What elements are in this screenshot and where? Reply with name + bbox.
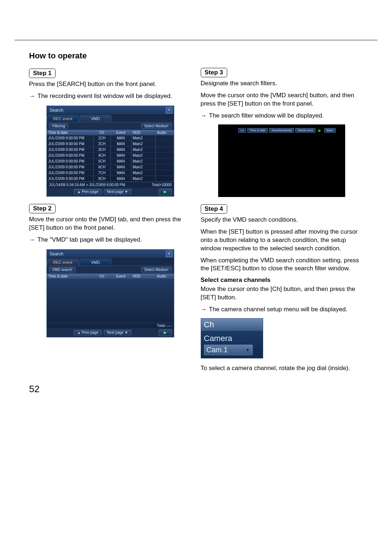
table-row[interactable]: JUL/23/09 8:00:00 PM4CHMANMain2	[47, 153, 174, 159]
tab-rec-event[interactable]: REC event	[47, 259, 79, 266]
tab-rec-event[interactable]: REC event	[47, 115, 79, 122]
ch-popup-title: Ch	[201, 319, 263, 331]
ch-popup: Ch Camera Cam.1 ▼	[201, 318, 263, 358]
tab-vmd[interactable]: VMD	[79, 115, 111, 122]
table-header: Time & date Ch Event HDD Audio	[47, 274, 174, 279]
arrow-icon: →	[29, 92, 35, 100]
close-icon[interactable]: ×	[166, 251, 172, 257]
table-row[interactable]: JUL/23/09 8:00:00 PM2CHMANMain2	[47, 141, 174, 147]
table-row[interactable]: JUL/23/09 8:00:00 PM6CHMANMain2	[47, 164, 174, 170]
delete-area-button[interactable]: Delete area	[295, 128, 315, 133]
search-window-vmd: Search × REC event VMD VMD search Select…	[46, 249, 174, 337]
back-button[interactable]: Back	[324, 128, 336, 133]
table-header: Time & date Ch Event HDD Audio	[47, 130, 174, 135]
step3-p2: Move the cursor onto the [VMD search] bu…	[201, 91, 363, 108]
page-number: 52	[0, 376, 392, 406]
search-title: Search	[50, 251, 64, 257]
time-date-button[interactable]: Time & date	[247, 128, 268, 133]
next-page-button[interactable]: Next page ▼	[104, 189, 131, 194]
step4-p5: The camera channel setup menu will be di…	[209, 305, 363, 314]
ch-button[interactable]: Ch	[238, 128, 246, 133]
empty-table	[47, 279, 174, 323]
search-window-recevent: Search × REC event VMD Filtering Select …	[46, 106, 174, 197]
left-column: How to operate Step 1 Press the [SEARCH]…	[29, 51, 192, 376]
step3-p3: The search filter window will be display…	[209, 112, 363, 120]
search-filter-window: Ch Time & date Area/Sensitivity Delete a…	[218, 124, 345, 197]
step4-p2: When the [SET] button is pressed after m…	[201, 228, 363, 253]
step3-p1: Designate the search filters.	[201, 79, 363, 88]
next-page-button[interactable]: Next page ▼	[104, 330, 131, 335]
status-total: Total>10000	[152, 183, 172, 187]
table-row[interactable]: JUL/23/09 8:00:00 PM8CHMANMain2	[47, 176, 174, 182]
play-icon[interactable]: ▶	[317, 128, 323, 132]
camera-value: Cam.1	[207, 346, 228, 354]
arrow-icon: →	[29, 236, 35, 244]
chevron-down-icon: ▼	[246, 348, 250, 353]
prev-page-button[interactable]: ▲ Prev page	[74, 189, 101, 194]
select-medium-button[interactable]: Select Medium	[141, 123, 172, 129]
table-row[interactable]: JUL/23/09 8:00:00 PM1CHMANMain2	[47, 135, 174, 141]
camera-select[interactable]: Cam.1 ▼	[204, 345, 253, 355]
step2-p1: Move the cursor onto the [VMD] tab, and …	[29, 216, 192, 232]
step4-p4: Move the cursor onto the [Ch] button, an…	[201, 285, 363, 302]
step2-p2: The "VMD" tab page will be displayed.	[37, 236, 192, 244]
section-heading: How to operate	[29, 51, 192, 61]
arrow-icon: →	[201, 305, 207, 314]
step4-p1: Specify the VMD search conditions.	[201, 216, 363, 224]
status-range: JUL/14/09 5:34:18 AM > JUL/23/09 8:00:00…	[49, 183, 125, 187]
step1-p1: Press the [SEARCH] button on the front p…	[29, 80, 192, 89]
step3-label: Step 3	[201, 68, 227, 77]
step1-p2: The recording event list window will be …	[37, 92, 192, 100]
vmd-search-button[interactable]: VMD search	[49, 267, 75, 272]
camera-label: Camera	[204, 334, 260, 343]
search-title: Search	[50, 108, 64, 113]
table-row[interactable]: JUL/23/09 8:00:00 PM7CHMANMain2	[47, 170, 174, 176]
area-sensitivity-button[interactable]: Area/Sensitivity	[269, 128, 294, 133]
arrow-icon: →	[201, 112, 207, 120]
tab-vmd[interactable]: VMD	[79, 259, 111, 266]
table-row[interactable]: JUL/23/09 8:00:00 PM3CHMANMain2	[47, 147, 174, 153]
status-total: Total:-----	[157, 324, 172, 328]
step4-label: Step 4	[201, 204, 227, 214]
select-medium-button[interactable]: Select Medium	[141, 267, 172, 272]
step4-p6: To select a camera channel, rotate the j…	[201, 364, 363, 373]
play-icon[interactable]: ▶	[159, 329, 172, 336]
right-column: Step 3 Designate the search filters. Mov…	[201, 51, 363, 376]
close-icon[interactable]: ×	[166, 107, 172, 114]
step4-p3: When completing the VMD search condition…	[201, 257, 363, 273]
filtering-button[interactable]: Filtering	[49, 123, 69, 129]
step1-label: Step 1	[29, 69, 56, 78]
select-camera-heading: Select camera channels	[201, 276, 363, 284]
play-icon[interactable]: ▶	[159, 189, 172, 195]
step2-label: Step 2	[29, 204, 56, 213]
prev-page-button[interactable]: ▲ Prev page	[74, 330, 101, 335]
table-row[interactable]: JUL/23/09 8:00:00 PM5CHMANMain2	[47, 159, 174, 164]
